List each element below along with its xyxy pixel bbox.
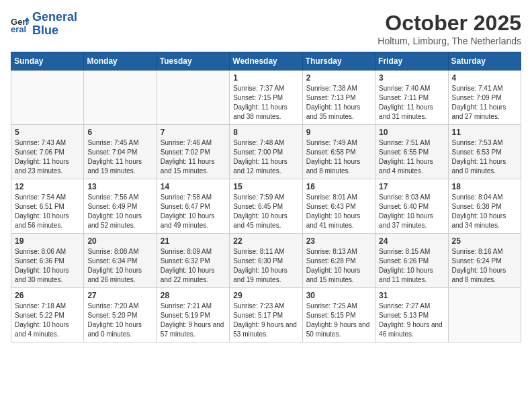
day-info: Sunrise: 7:53 AM Sunset: 6:53 PM Dayligh… [452, 138, 517, 176]
day-cell: 20Sunrise: 8:08 AM Sunset: 6:34 PM Dayli… [84, 234, 157, 288]
day-info: Sunrise: 7:27 AM Sunset: 5:13 PM Dayligh… [379, 302, 444, 339]
week-row-2: 5Sunrise: 7:43 AM Sunset: 7:06 PM Daylig… [11, 125, 521, 179]
day-number: 21 [161, 236, 226, 246]
day-number: 19 [15, 236, 80, 246]
day-cell: 30Sunrise: 7:25 AM Sunset: 5:15 PM Dayli… [302, 288, 375, 342]
day-number: 26 [15, 291, 80, 300]
day-info: Sunrise: 7:25 AM Sunset: 5:15 PM Dayligh… [306, 302, 371, 339]
day-cell: 26Sunrise: 7:18 AM Sunset: 5:22 PM Dayli… [11, 288, 84, 342]
day-number: 24 [379, 236, 444, 246]
day-number: 15 [233, 182, 298, 191]
col-header-tuesday: Tuesday [157, 52, 229, 71]
day-number: 30 [306, 291, 371, 300]
day-cell: 12Sunrise: 7:54 AM Sunset: 6:51 PM Dayli… [11, 179, 84, 234]
logo-text: GeneralBlue [32, 11, 77, 38]
day-info: Sunrise: 7:48 AM Sunset: 7:00 PM Dayligh… [233, 138, 298, 176]
day-cell: 3Sunrise: 7:40 AM Sunset: 7:11 PM Daylig… [375, 71, 448, 125]
day-cell [84, 71, 157, 125]
day-info: Sunrise: 7:20 AM Sunset: 5:20 PM Dayligh… [87, 302, 152, 339]
page-header: Gen eral GeneralBlue October 2025 Holtum… [11, 11, 521, 46]
day-info: Sunrise: 7:45 AM Sunset: 7:04 PM Dayligh… [87, 138, 152, 176]
day-cell: 11Sunrise: 7:53 AM Sunset: 6:53 PM Dayli… [448, 125, 521, 179]
day-number: 18 [452, 182, 517, 191]
day-info: Sunrise: 7:41 AM Sunset: 7:09 PM Dayligh… [452, 84, 517, 122]
day-number: 27 [87, 291, 152, 300]
day-number: 7 [161, 128, 226, 137]
day-number: 28 [161, 291, 226, 300]
day-cell [157, 71, 229, 125]
day-number: 3 [379, 73, 444, 83]
day-info: Sunrise: 7:23 AM Sunset: 5:17 PM Dayligh… [233, 302, 298, 339]
day-number: 17 [379, 182, 444, 191]
day-number: 1 [233, 73, 298, 83]
day-cell: 31Sunrise: 7:27 AM Sunset: 5:13 PM Dayli… [375, 288, 448, 342]
day-info: Sunrise: 7:46 AM Sunset: 7:02 PM Dayligh… [161, 138, 226, 176]
day-cell: 27Sunrise: 7:20 AM Sunset: 5:20 PM Dayli… [84, 288, 157, 342]
svg-text:eral: eral [11, 24, 26, 34]
day-number: 9 [306, 128, 371, 137]
day-info: Sunrise: 8:16 AM Sunset: 6:24 PM Dayligh… [452, 247, 517, 285]
week-row-4: 19Sunrise: 8:06 AM Sunset: 6:36 PM Dayli… [11, 234, 521, 288]
day-cell: 25Sunrise: 8:16 AM Sunset: 6:24 PM Dayli… [448, 234, 521, 288]
day-cell: 22Sunrise: 8:11 AM Sunset: 6:30 PM Dayli… [230, 234, 302, 288]
day-cell: 28Sunrise: 7:21 AM Sunset: 5:19 PM Dayli… [157, 288, 229, 342]
day-number: 14 [161, 182, 226, 191]
day-cell: 17Sunrise: 8:03 AM Sunset: 6:40 PM Dayli… [375, 179, 448, 234]
day-cell [11, 71, 84, 125]
day-number: 22 [233, 236, 298, 246]
day-info: Sunrise: 8:15 AM Sunset: 6:26 PM Dayligh… [379, 247, 444, 285]
day-number: 8 [233, 128, 298, 137]
calendar-header-row: SundayMondayTuesdayWednesdayThursdayFrid… [11, 52, 521, 71]
location: Holtum, Limburg, The Netherlands [378, 36, 521, 46]
day-info: Sunrise: 7:40 AM Sunset: 7:11 PM Dayligh… [379, 84, 444, 122]
day-info: Sunrise: 7:51 AM Sunset: 6:55 PM Dayligh… [379, 138, 444, 176]
day-cell [448, 288, 521, 342]
day-number: 11 [452, 128, 517, 137]
day-info: Sunrise: 7:38 AM Sunset: 7:13 PM Dayligh… [306, 84, 371, 122]
day-cell: 7Sunrise: 7:46 AM Sunset: 7:02 PM Daylig… [157, 125, 229, 179]
day-number: 10 [379, 128, 444, 137]
day-number: 31 [379, 291, 444, 300]
col-header-friday: Friday [375, 52, 448, 71]
day-cell: 2Sunrise: 7:38 AM Sunset: 7:13 PM Daylig… [302, 71, 375, 125]
week-row-5: 26Sunrise: 7:18 AM Sunset: 5:22 PM Dayli… [11, 288, 521, 342]
day-number: 4 [452, 73, 517, 83]
day-cell: 10Sunrise: 7:51 AM Sunset: 6:55 PM Dayli… [375, 125, 448, 179]
day-cell: 18Sunrise: 8:04 AM Sunset: 6:38 PM Dayli… [448, 179, 521, 234]
day-number: 20 [87, 236, 152, 246]
day-number: 6 [87, 128, 152, 137]
day-info: Sunrise: 8:03 AM Sunset: 6:40 PM Dayligh… [379, 193, 444, 230]
col-header-wednesday: Wednesday [230, 52, 302, 71]
day-info: Sunrise: 7:18 AM Sunset: 5:22 PM Dayligh… [15, 302, 80, 339]
day-cell: 5Sunrise: 7:43 AM Sunset: 7:06 PM Daylig… [11, 125, 84, 179]
day-info: Sunrise: 8:13 AM Sunset: 6:28 PM Dayligh… [306, 247, 371, 285]
day-cell: 23Sunrise: 8:13 AM Sunset: 6:28 PM Dayli… [302, 234, 375, 288]
col-header-sunday: Sunday [11, 52, 84, 71]
week-row-3: 12Sunrise: 7:54 AM Sunset: 6:51 PM Dayli… [11, 179, 521, 234]
day-info: Sunrise: 8:08 AM Sunset: 6:34 PM Dayligh… [87, 247, 152, 285]
col-header-thursday: Thursday [302, 52, 375, 71]
day-cell: 8Sunrise: 7:48 AM Sunset: 7:00 PM Daylig… [230, 125, 302, 179]
day-info: Sunrise: 8:11 AM Sunset: 6:30 PM Dayligh… [233, 247, 298, 285]
day-info: Sunrise: 7:58 AM Sunset: 6:47 PM Dayligh… [161, 193, 226, 230]
day-cell: 13Sunrise: 7:56 AM Sunset: 6:49 PM Dayli… [84, 179, 157, 234]
day-info: Sunrise: 7:49 AM Sunset: 6:58 PM Dayligh… [306, 138, 371, 176]
week-row-1: 1Sunrise: 7:37 AM Sunset: 7:15 PM Daylig… [11, 71, 521, 125]
day-info: Sunrise: 7:54 AM Sunset: 6:51 PM Dayligh… [15, 193, 80, 230]
day-cell: 29Sunrise: 7:23 AM Sunset: 5:17 PM Dayli… [230, 288, 302, 342]
day-cell: 9Sunrise: 7:49 AM Sunset: 6:58 PM Daylig… [302, 125, 375, 179]
day-number: 12 [15, 182, 80, 191]
day-cell: 1Sunrise: 7:37 AM Sunset: 7:15 PM Daylig… [230, 71, 302, 125]
day-cell: 6Sunrise: 7:45 AM Sunset: 7:04 PM Daylig… [84, 125, 157, 179]
day-cell: 19Sunrise: 8:06 AM Sunset: 6:36 PM Dayli… [11, 234, 84, 288]
day-number: 16 [306, 182, 371, 191]
day-info: Sunrise: 8:04 AM Sunset: 6:38 PM Dayligh… [452, 193, 517, 230]
day-number: 5 [15, 128, 80, 137]
day-number: 2 [306, 73, 371, 83]
day-info: Sunrise: 7:37 AM Sunset: 7:15 PM Dayligh… [233, 84, 298, 122]
day-info: Sunrise: 8:06 AM Sunset: 6:36 PM Dayligh… [15, 247, 80, 285]
day-number: 23 [306, 236, 371, 246]
day-cell: 16Sunrise: 8:01 AM Sunset: 6:43 PM Dayli… [302, 179, 375, 234]
day-info: Sunrise: 8:01 AM Sunset: 6:43 PM Dayligh… [306, 193, 371, 230]
day-cell: 14Sunrise: 7:58 AM Sunset: 6:47 PM Dayli… [157, 179, 229, 234]
